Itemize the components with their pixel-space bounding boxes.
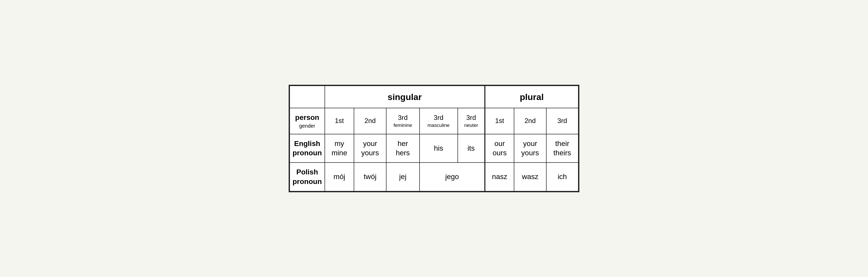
english-p1: our ours [485, 134, 514, 163]
english-s1-line2: mine [332, 149, 347, 157]
english-pronoun-row: English pronoun my mine your yours her h… [290, 134, 578, 163]
english-p1-line2: ours [493, 149, 506, 157]
plural-2nd-person: 2nd [514, 108, 546, 134]
english-p3-line1: their [555, 140, 569, 147]
english-p3: their theirs [546, 134, 578, 163]
english-p1-line1: our [494, 140, 505, 147]
english-s3f-line2: hers [396, 149, 410, 157]
polish-s3mn: jego [420, 163, 485, 191]
singular-1st-person: 1st [325, 108, 354, 134]
english-label-line1: English [294, 140, 320, 147]
polish-s1: mój [325, 163, 354, 191]
polish-p3: ich [546, 163, 578, 191]
english-s3f: her hers [386, 134, 420, 163]
person-label-main: person [295, 113, 319, 121]
singular-2nd-person: 2nd [354, 108, 386, 134]
plural-header: plural [485, 86, 578, 108]
english-label-line2: pronoun [292, 149, 322, 157]
singular-header: singular [325, 86, 485, 108]
singular-3rd-fem-main: 3rd [389, 113, 417, 122]
singular-3rd-masc-main: 3rd [423, 113, 455, 122]
polish-p2: wasz [514, 163, 546, 191]
singular-3rd-masc-sub: masculine [423, 122, 455, 129]
polish-label-line1: Polish [297, 168, 318, 176]
person-row: person gender 1st 2nd 3rd feminine 3rd m… [290, 108, 578, 134]
english-s1-line1: my [335, 140, 344, 147]
polish-s2: twój [354, 163, 386, 191]
polish-label-line2: pronoun [292, 177, 322, 186]
english-p2: your yours [514, 134, 546, 163]
english-s2-line2: yours [361, 149, 379, 157]
singular-3rd-fem-person: 3rd feminine [386, 108, 420, 134]
plural-1st-person: 1st [485, 108, 514, 134]
plural-3rd-person: 3rd [546, 108, 578, 134]
singular-3rd-masc-person: 3rd masculine [420, 108, 458, 134]
header-row: singular plural [290, 86, 578, 108]
main-table-wrapper: singular plural person gender 1st 2nd 3r… [289, 85, 579, 192]
singular-3rd-neut-sub: neuter [461, 122, 482, 129]
singular-3rd-fem-sub: feminine [389, 122, 417, 129]
english-s2-line1: your [363, 140, 377, 147]
english-s3f-line1: her [398, 140, 408, 147]
singular-3rd-neut-main: 3rd [461, 113, 482, 122]
header-empty [290, 86, 325, 108]
english-pronoun-label: English pronoun [290, 134, 325, 163]
gender-label-sub: gender [292, 122, 322, 129]
singular-3rd-neut-person: 3rd neuter [458, 108, 485, 134]
person-label-cell: person gender [290, 108, 325, 134]
polish-pronoun-label: Polish pronoun [290, 163, 325, 191]
pronoun-table: singular plural person gender 1st 2nd 3r… [289, 85, 579, 192]
english-p2-line2: yours [521, 149, 539, 157]
english-s1: my mine [325, 134, 354, 163]
english-p3-line2: theirs [554, 149, 571, 157]
polish-pronoun-row: Polish pronoun mój twój jej jego nasz wa… [290, 163, 578, 191]
polish-p1: nasz [485, 163, 514, 191]
english-s3m: his [420, 134, 458, 163]
english-p2-line1: your [523, 140, 537, 147]
english-s3n: its [458, 134, 485, 163]
polish-s3f: jej [386, 163, 420, 191]
english-s2: your yours [354, 134, 386, 163]
